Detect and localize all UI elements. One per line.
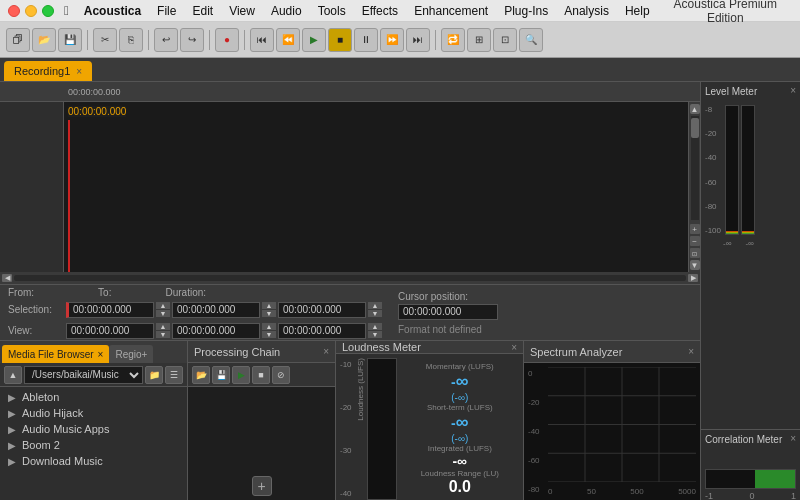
corr-close-icon[interactable]: × bbox=[790, 433, 796, 444]
toolbar-pause[interactable]: ⏸ bbox=[354, 28, 378, 52]
list-item[interactable]: ▶ Audio Hijack bbox=[0, 405, 187, 421]
toolbar-record[interactable]: ● bbox=[215, 28, 239, 52]
toolbar-save[interactable]: 💾 bbox=[58, 28, 82, 52]
toolbar-new[interactable]: 🗍 bbox=[6, 28, 30, 52]
menu-edit[interactable]: Edit bbox=[185, 2, 220, 20]
list-item[interactable]: ▶ Boom 2 bbox=[0, 437, 187, 453]
spectrum-y-labels: 0 -20 -40 -60 -80 bbox=[528, 367, 540, 496]
recording-tab[interactable]: Recording1 × bbox=[4, 61, 92, 81]
view-dur-field[interactable]: 00:00:00.000 bbox=[278, 323, 366, 339]
browser-path-select[interactable]: /Users/baikai/Music bbox=[24, 366, 143, 384]
integrated-value: -∞ bbox=[452, 453, 467, 469]
timeline-ruler: 00:00:00.000 bbox=[0, 82, 700, 102]
toolbar-snap[interactable]: ⊡ bbox=[493, 28, 517, 52]
toolbar-rewind[interactable]: ⏪ bbox=[276, 28, 300, 52]
selection-from-field[interactable]: 00:00:00.000 bbox=[66, 302, 154, 318]
menu-enhancement[interactable]: Enhancement bbox=[407, 2, 495, 20]
browser-up-btn[interactable]: ▲ bbox=[4, 366, 22, 384]
loudness-close-icon[interactable]: × bbox=[511, 342, 517, 353]
view-to-up[interactable]: ▲ bbox=[262, 323, 276, 330]
zoom-in-btn[interactable]: + bbox=[690, 224, 700, 234]
close-button[interactable] bbox=[8, 5, 20, 17]
proc-close-icon[interactable]: × bbox=[323, 346, 329, 357]
menu-audio[interactable]: Audio bbox=[264, 2, 309, 20]
toolbar-start[interactable]: ⏮ bbox=[250, 28, 274, 52]
menu-effects[interactable]: Effects bbox=[355, 2, 405, 20]
to-up[interactable]: ▲ bbox=[262, 302, 276, 309]
view-to-field[interactable]: 00:00:00.000 bbox=[172, 323, 260, 339]
from-up[interactable]: ▲ bbox=[156, 302, 170, 309]
proc-play-btn[interactable]: ▶ bbox=[232, 366, 250, 384]
h-scroll-left[interactable]: ◀ bbox=[2, 274, 12, 282]
h-scroll-track[interactable] bbox=[14, 275, 686, 281]
view-from-field[interactable]: 00:00:00.000 bbox=[66, 323, 154, 339]
from-down[interactable]: ▼ bbox=[156, 310, 170, 317]
view-from-up[interactable]: ▲ bbox=[156, 323, 170, 330]
view-row-label: View: bbox=[8, 325, 64, 336]
zoom-out-btn[interactable]: − bbox=[690, 236, 700, 246]
toolbar-stop[interactable]: ■ bbox=[328, 28, 352, 52]
selection-dur-field[interactable]: 00:00:00.000 bbox=[278, 302, 366, 318]
level-meter-close[interactable]: × bbox=[790, 85, 796, 96]
view-to-down[interactable]: ▼ bbox=[262, 331, 276, 338]
media-file-browser-tab[interactable]: Media File Browser × bbox=[2, 345, 109, 363]
list-item[interactable]: ▶ Audio Music Apps bbox=[0, 421, 187, 437]
proc-save-btn[interactable]: 💾 bbox=[212, 366, 230, 384]
maximize-button[interactable] bbox=[42, 5, 54, 17]
menu-tools[interactable]: Tools bbox=[311, 2, 353, 20]
browser-list-btn[interactable]: ☰ bbox=[165, 366, 183, 384]
proc-header: Processing Chain × bbox=[188, 341, 335, 363]
scroll-up-btn[interactable]: ▲ bbox=[690, 104, 700, 114]
scroll-down-btn[interactable]: ▼ bbox=[690, 260, 700, 270]
toolbar-end[interactable]: ⏭ bbox=[406, 28, 430, 52]
minimize-button[interactable] bbox=[25, 5, 37, 17]
corr-meter bbox=[705, 469, 796, 489]
tab-close-icon[interactable]: × bbox=[76, 66, 82, 77]
list-item[interactable]: ▶ Ableton bbox=[0, 389, 187, 405]
media-browser-tab-close[interactable]: × bbox=[98, 349, 104, 360]
toolbar-cut[interactable]: ✂ bbox=[93, 28, 117, 52]
menu-file[interactable]: File bbox=[150, 2, 183, 20]
selection-to-field[interactable]: 00:00:00.000 bbox=[172, 302, 260, 318]
toolbar-open[interactable]: 📂 bbox=[32, 28, 56, 52]
spectrum-close-icon[interactable]: × bbox=[688, 346, 694, 357]
toolbar-play[interactable]: ▶ bbox=[302, 28, 326, 52]
view-from-down[interactable]: ▼ bbox=[156, 331, 170, 338]
view-dur-up[interactable]: ▲ bbox=[368, 323, 382, 330]
list-item[interactable]: ▶ Download Music bbox=[0, 453, 187, 469]
menu-help[interactable]: Help bbox=[618, 2, 657, 20]
menu-view[interactable]: View bbox=[222, 2, 262, 20]
track-waveform-col[interactable]: 00:00:00.000 bbox=[64, 102, 688, 272]
momentary-value: -∞ bbox=[451, 371, 469, 392]
proc-add-btn[interactable]: + bbox=[252, 476, 272, 496]
region-tab[interactable]: Regio+ bbox=[109, 345, 153, 363]
toolbar-sep4 bbox=[244, 30, 245, 50]
toolbar-copy[interactable]: ⎘ bbox=[119, 28, 143, 52]
menu-plugins[interactable]: Plug-Ins bbox=[497, 2, 555, 20]
proc-stop-btn[interactable]: ■ bbox=[252, 366, 270, 384]
scroll-thumb[interactable] bbox=[691, 118, 699, 138]
scroll-track[interactable] bbox=[691, 116, 699, 220]
browser-folder-btn[interactable]: 📁 bbox=[145, 366, 163, 384]
h-scrollbar[interactable]: ◀ ▶ bbox=[0, 272, 700, 284]
toolbar-loop[interactable]: 🔁 bbox=[441, 28, 465, 52]
h-scroll-right[interactable]: ▶ bbox=[688, 274, 698, 282]
track-scrollbar[interactable]: ▲ + − ⊡ ▼ bbox=[688, 102, 700, 272]
zoom-fit-btn[interactable]: ⊡ bbox=[690, 248, 700, 258]
cursor-pos-field[interactable]: 00:00:00.000 bbox=[398, 304, 498, 320]
proc-content: + bbox=[188, 387, 335, 500]
dur-up[interactable]: ▲ bbox=[368, 302, 382, 309]
file-list[interactable]: ▶ Ableton ▶ Audio Hijack ▶ Audio Music A… bbox=[0, 387, 187, 500]
menu-analysis[interactable]: Analysis bbox=[557, 2, 616, 20]
toolbar-ffwd[interactable]: ⏩ bbox=[380, 28, 404, 52]
toolbar-undo[interactable]: ↩ bbox=[154, 28, 178, 52]
proc-skip-btn[interactable]: ⊘ bbox=[272, 366, 290, 384]
toolbar-search[interactable]: 🔍 bbox=[519, 28, 543, 52]
toolbar-grid[interactable]: ⊞ bbox=[467, 28, 491, 52]
to-down[interactable]: ▼ bbox=[262, 310, 276, 317]
toolbar-redo[interactable]: ↪ bbox=[180, 28, 204, 52]
cursor-pos-label: Cursor position: bbox=[398, 291, 498, 302]
dur-down[interactable]: ▼ bbox=[368, 310, 382, 317]
view-dur-down[interactable]: ▼ bbox=[368, 331, 382, 338]
proc-open-btn[interactable]: 📂 bbox=[192, 366, 210, 384]
